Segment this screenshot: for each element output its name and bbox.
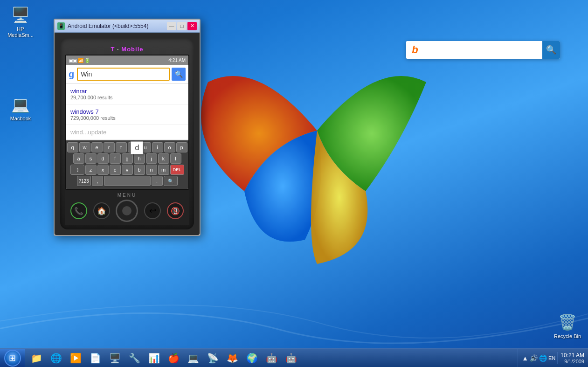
ie-icon: 🌐: [49, 352, 62, 365]
key-shift[interactable]: ⇧: [70, 165, 84, 175]
key-e[interactable]: e: [91, 142, 103, 152]
taskbar: ⊞ 📁 🌐 ▶️ 📄 🖥️ 🔧 📊: [0, 348, 588, 367]
mediaplayer-icon: ▶️: [69, 352, 82, 365]
key-s[interactable]: s: [85, 153, 97, 164]
key-z[interactable]: z: [85, 165, 97, 175]
tray-language: EN: [548, 355, 555, 361]
taskbar-browser[interactable]: 🌍: [242, 349, 261, 367]
key-w[interactable]: w: [79, 142, 90, 152]
search-result-2[interactable]: wind...update: [66, 125, 188, 140]
key-p[interactable]: p: [176, 142, 187, 152]
taskbar-icons: 📁 🌐 ▶️ 📄 🖥️ 🔧 📊 🍎: [25, 349, 518, 367]
emulator-window: 📱 Android Emulator (<build>:5554) — □ ✕ …: [54, 19, 201, 236]
finder-icon: 🍎: [167, 352, 180, 365]
key-t[interactable]: t: [116, 142, 127, 152]
windows-start-icon: ⊞: [9, 353, 16, 363]
phone-navigation: MENU 📞 🏠 ↩ 📵: [65, 190, 189, 225]
key-g[interactable]: g: [122, 153, 133, 164]
keyboard-row-4: ?123 , . 🔍: [67, 176, 187, 186]
key-r[interactable]: r: [104, 142, 115, 152]
key-c[interactable]: c: [110, 165, 121, 175]
nav-back-button[interactable]: ↩: [144, 202, 161, 219]
phone-search-input[interactable]: [77, 68, 170, 81]
nav-center-button[interactable]: [116, 200, 138, 222]
key-q[interactable]: q: [67, 142, 78, 152]
bing-search-button[interactable]: 🔍: [542, 41, 560, 59]
tray-volume[interactable]: 🔊: [530, 354, 538, 362]
taskbar-mediaplayer[interactable]: ▶️: [66, 349, 85, 367]
maximize-button[interactable]: □: [177, 22, 187, 30]
key-search[interactable]: 🔍: [164, 176, 178, 186]
system-clock[interactable]: 10:21 AM 9/1/2009: [557, 352, 584, 364]
desktop-icon-macbook[interactable]: 💻 Macbook: [4, 93, 37, 124]
taskbar-ie[interactable]: 🌐: [47, 349, 65, 367]
taskbar-finder[interactable]: 🍎: [164, 349, 183, 367]
nav-call-button[interactable]: 📞: [70, 202, 87, 219]
taskbar-laptop[interactable]: 💻: [184, 349, 202, 367]
key-delete[interactable]: DEL: [170, 165, 184, 175]
desktop-icon-recycle-bin[interactable]: 🗑️ Recycle Bin: [551, 311, 584, 341]
hp-media-label: HP MediaSm...: [6, 26, 35, 38]
minimize-button[interactable]: —: [167, 22, 176, 30]
android-keyboard: q w e r t y u i o p: [66, 140, 188, 189]
taskbar-settings[interactable]: 🔧: [125, 349, 144, 367]
keyboard-row-1: q w e r t y u i o p: [67, 142, 187, 152]
key-m[interactable]: m: [158, 165, 169, 175]
nav-home-button[interactable]: 🏠: [93, 202, 110, 219]
phone-screen: ▣▣ 📶 🔋 4:21 AM g 🔍: [65, 55, 189, 190]
taskbar-android1[interactable]: 🤖: [262, 349, 281, 367]
tray-network[interactable]: 🌐: [539, 354, 547, 362]
key-a[interactable]: a: [73, 153, 84, 164]
browser-icon: 🌍: [245, 352, 258, 365]
taskbar-android2[interactable]: 🤖: [282, 349, 300, 367]
clock-time: 10:21 AM: [560, 352, 584, 359]
android1-icon: 🤖: [265, 352, 278, 365]
key-space[interactable]: [104, 176, 151, 186]
result-title-1: windows 7: [70, 108, 184, 115]
clock-date: 9/1/2009: [560, 359, 584, 364]
close-button[interactable]: ✕: [187, 22, 197, 30]
window-title-text: Android Emulator (<build>:5554): [68, 23, 167, 29]
macbook-label: Macbook: [10, 116, 31, 122]
key-f[interactable]: f: [110, 153, 121, 164]
google-g-icon: g: [69, 69, 74, 80]
window-title-icon: 📱: [57, 22, 65, 30]
recycle-bin-label: Recycle Bin: [554, 333, 581, 339]
taskbar-docs[interactable]: 📄: [86, 349, 104, 367]
phone-search-button[interactable]: 🔍: [172, 68, 186, 81]
key-b[interactable]: b: [134, 165, 145, 175]
phone-outer: T · Mobile ▣▣ 📶 🔋 4:21 AM: [60, 38, 194, 229]
key-l[interactable]: l: [170, 153, 181, 164]
taskbar-network[interactable]: 📡: [203, 349, 222, 367]
key-v[interactable]: v: [122, 165, 133, 175]
key-comma[interactable]: ,: [92, 176, 103, 186]
key-h[interactable]: h: [134, 153, 145, 164]
nav-buttons: 📞 🏠 ↩ 📵: [68, 200, 187, 222]
taskbar-explorer[interactable]: 📁: [27, 349, 46, 367]
taskbar-app7[interactable]: 📊: [145, 349, 163, 367]
status-bar: ▣▣ 📶 🔋 4:21 AM: [66, 55, 188, 65]
result-title-2: wind...update: [70, 129, 106, 136]
key-n[interactable]: n: [146, 165, 157, 175]
search-result-0[interactable]: winrar 29,700,000 results: [66, 84, 188, 104]
key-j[interactable]: j: [146, 153, 157, 164]
taskbar-display[interactable]: 🖥️: [105, 349, 124, 367]
search-result-1[interactable]: windows 7 729,000,000 results: [66, 104, 188, 125]
taskbar-firefox[interactable]: 🦊: [223, 349, 242, 367]
nav-end-button[interactable]: 📵: [167, 202, 184, 219]
bing-search-input[interactable]: [424, 46, 542, 54]
key-period[interactable]: .: [152, 176, 163, 186]
desktop-icon-hp[interactable]: 🖥️ HP MediaSm...: [4, 4, 37, 40]
key-o[interactable]: o: [164, 142, 175, 152]
key-num[interactable]: ?123: [77, 176, 91, 186]
start-button[interactable]: ⊞: [0, 349, 25, 367]
bing-b-icon: b: [412, 44, 418, 56]
settings-icon: 🔧: [128, 352, 141, 365]
key-k[interactable]: k: [158, 153, 169, 164]
key-x[interactable]: x: [97, 165, 109, 175]
key-i[interactable]: i: [152, 142, 163, 152]
explorer-icon: 📁: [30, 352, 43, 365]
tray-up-arrow[interactable]: ▲: [522, 354, 528, 362]
key-d[interactable]: d: [97, 153, 109, 164]
bing-search-icon: 🔍: [546, 45, 556, 55]
